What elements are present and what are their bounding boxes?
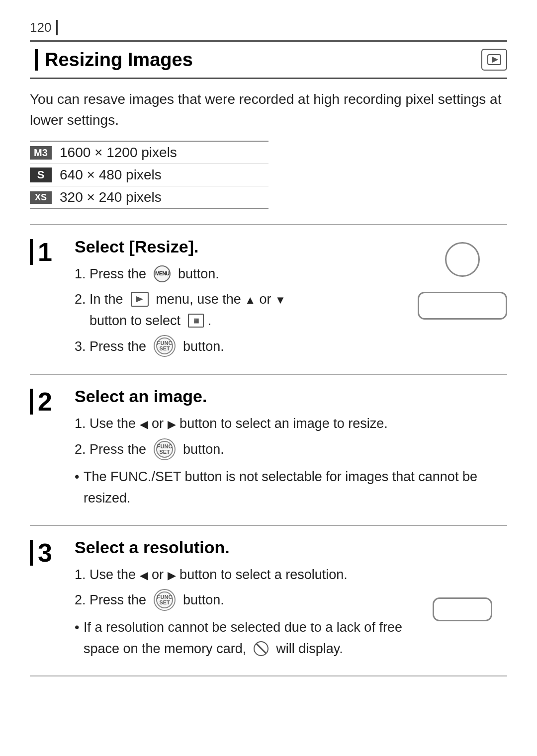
step-2-number-col: 2: [30, 387, 70, 415]
intro-text: You can resave images that were recorded…: [30, 89, 507, 131]
step-1-number-col: 1: [30, 237, 70, 265]
resize-menu-icon: ▦: [188, 314, 204, 328]
step-2-instructions: Use the ◀ or ▶ button to select an image…: [75, 413, 507, 508]
camera-circle-graphic: [445, 242, 480, 277]
pixel-options-table: M3 1600 × 1200 pixels S 640 × 480 pixels…: [30, 141, 268, 209]
func-set-button-icon: FUNCSET: [154, 335, 176, 357]
svg-marker-2: [136, 296, 143, 302]
step-3-instructions: Use the ◀ or ▶ button to select a resolu…: [75, 564, 408, 660]
pixel-label-s: 640 × 480 pixels: [60, 167, 162, 183]
step-2-instruction-2: Press the FUNCSET button.: [75, 439, 507, 461]
playback-mode-icon: [481, 49, 507, 71]
no-sign-icon: [254, 641, 268, 656]
playback-menu-icon: [131, 292, 149, 307]
func-set-button-icon-3: FUNCSET: [154, 589, 176, 611]
step-2-content: Select an image. Use the ◀ or ▶ button t…: [70, 387, 507, 512]
badge-m3: M3: [30, 146, 52, 160]
pixel-label-xs: 320 × 240 pixels: [60, 189, 162, 205]
small-rounded-rect-graphic: [433, 597, 492, 621]
step-1-instructions: Press the MENU button. In the menu, use …: [75, 263, 408, 358]
pixel-row-xs: XS 320 × 240 pixels: [30, 186, 268, 208]
step-3-instruction-1: Use the ◀ or ▶ button to select a resolu…: [75, 564, 408, 586]
page-number: 120: [30, 20, 507, 35]
badge-xs: XS: [30, 191, 52, 204]
step-2-instruction-1: Use the ◀ or ▶ button to select an image…: [75, 413, 507, 434]
step-1-instruction-2: In the menu, use the ▲ or ▼ button to se…: [75, 289, 408, 332]
step-2-heading: Select an image.: [75, 387, 507, 406]
section-header: Resizing Images: [30, 40, 507, 79]
step-3-number: 3: [30, 540, 52, 566]
pixel-row-s: S 640 × 480 pixels: [30, 164, 268, 186]
svg-marker-1: [492, 57, 498, 63]
step-3-heading: Select a resolution.: [75, 538, 408, 557]
step-1-number: 1: [30, 239, 52, 265]
rounded-rect-graphic: [418, 292, 507, 320]
step-1-section: 1 Select [Resize]. Press the MENU button…: [30, 224, 507, 374]
func-set-button-icon-2: FUNCSET: [154, 438, 176, 460]
pixel-row-m3: M3 1600 × 1200 pixels: [30, 142, 268, 164]
step-2-note: The FUNC./SET button is not selectable f…: [75, 466, 507, 509]
pixel-label-m3: 1600 × 1200 pixels: [60, 145, 177, 161]
step-3-right: [408, 538, 507, 621]
step-3-section: 3 Select a resolution. Use the ◀ or ▶ bu…: [30, 525, 507, 676]
step-3-content: Select a resolution. Use the ◀ or ▶ butt…: [70, 538, 408, 664]
step-2-number: 2: [30, 389, 52, 415]
step-1-right: [408, 237, 507, 320]
badge-s: S: [30, 168, 52, 182]
step-3-number-col: 3: [30, 538, 70, 566]
step-2-section: 2 Select an image. Use the ◀ or ▶ button…: [30, 374, 507, 524]
page-number-value: 120: [30, 20, 58, 35]
step-3-instruction-2: Press the FUNCSET button.: [75, 589, 408, 612]
section-title: Resizing Images: [35, 49, 193, 71]
step-1-content: Select [Resize]. Press the MENU button. …: [70, 237, 408, 362]
menu-button-icon: MENU: [154, 265, 171, 282]
step-1-instruction-1: Press the MENU button.: [75, 263, 408, 285]
step-3-note: If a resolution cannot be selected due t…: [75, 617, 408, 660]
step-1-instruction-3: Press the FUNCSET button.: [75, 336, 408, 358]
step-1-heading: Select [Resize].: [75, 237, 408, 256]
